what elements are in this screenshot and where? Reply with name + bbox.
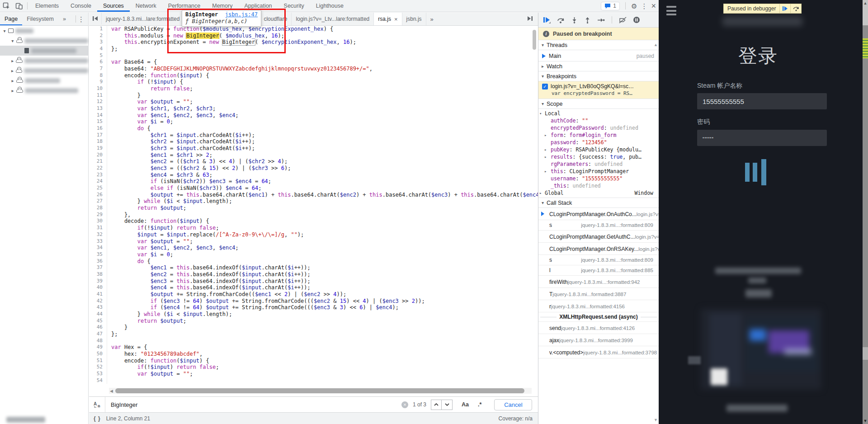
code-line[interactable]: 1var RSAPublicKey = function($modulus_he…	[89, 26, 538, 33]
resume-icon[interactable]	[779, 4, 790, 13]
panel-scroll-down-icon[interactable]: ▼	[654, 418, 658, 422]
code-line[interactable]: 52 if(!$input) return false;	[89, 364, 538, 371]
code-line[interactable]: 17 $chr1 = $input.charCodeAt($i++);	[89, 132, 538, 139]
code-line[interactable]: 40 $enc4 = this.base64.indexOf($input.ch…	[89, 284, 538, 291]
line-number[interactable]: 33	[89, 238, 107, 245]
line-number[interactable]: 49	[89, 344, 107, 351]
scroll-left-arrow-icon[interactable]: ◀	[110, 389, 113, 393]
line-number[interactable]: 19	[89, 145, 107, 152]
scroll-down-icon[interactable]: ▼	[863, 419, 868, 423]
line-number[interactable]: 8	[89, 72, 107, 79]
code-line[interactable]: 4};	[89, 46, 538, 52]
code-line[interactable]: 46 }	[89, 324, 538, 331]
code-line[interactable]: 2 this.modulus = new BigInteger( $modulu…	[89, 33, 538, 39]
line-number[interactable]: 46	[89, 324, 107, 331]
tree-item[interactable]: ▾	[0, 36, 88, 46]
code-line[interactable]: 21 $enc2 = (($chr1 & 3) << 4) | ($chr2 >…	[89, 158, 538, 165]
tree-item[interactable]: ▸	[0, 75, 88, 85]
line-number[interactable]: 23	[89, 172, 107, 179]
tree-item[interactable]: ▾	[0, 26, 88, 36]
code-line[interactable]: 7 base64: "ABCDEFGHIJKLMNOPQRSTUVWXYZabc…	[89, 66, 538, 72]
call-stack-frame[interactable]: v.<computed>jquery-1.8.3.mi...formatted:…	[538, 346, 659, 358]
line-number[interactable]: 50	[89, 351, 107, 358]
code-line[interactable]: 13 var $chr1, $chr2, $chr3;	[89, 105, 538, 112]
call-stack-frame[interactable]: ljquery-1.8.3.mi...:formatted:885	[538, 265, 659, 276]
code-line[interactable]: 12 var $output = "";	[89, 99, 538, 105]
line-number[interactable]: 41	[89, 291, 107, 298]
resume-script-icon[interactable]	[543, 17, 551, 24]
scope-variable[interactable]: ▸results: {success: true, pub…	[538, 153, 659, 160]
code-line[interactable]: 5	[89, 52, 538, 59]
scope-variable[interactable]: ▸form: form#login_form	[538, 132, 659, 139]
code-line[interactable]: 36 do {	[89, 258, 538, 265]
code-line[interactable]: 3 this.encryptionExponent = new BigInteg…	[89, 39, 538, 46]
line-number[interactable]: 42	[89, 298, 107, 305]
tool-tab-lighthouse[interactable]: Lighthouse	[310, 0, 349, 12]
thread-main[interactable]: Main paused	[538, 50, 659, 61]
breakpoints-section-header[interactable]: ▾Breakpoints	[538, 71, 659, 81]
call-stack-frame[interactable]: CLoginPromptManager.OnRSAKey...login.js?…	[538, 243, 659, 255]
device-toolbar-icon[interactable]	[13, 0, 25, 12]
editor-tab-login-js-v-ltv-lare-formatted[interactable]: login.js?v=_Ltv...lare:formatted	[292, 13, 374, 25]
call-stack-frame[interactable]: ajaxjquery-1.8.3.mi...formatted:3999	[538, 334, 659, 346]
redacted-button[interactable]	[745, 289, 772, 297]
call-stack-frame[interactable]: CLoginPromptManager.OnAuthCo...login.js?…	[538, 208, 659, 220]
navigator-tab-page[interactable]: Page	[0, 13, 22, 25]
code-line[interactable]: 37 $enc1 = this.base64.indexOf($input.ch…	[89, 264, 538, 271]
code-line[interactable]: 16 do {	[89, 125, 538, 132]
line-number[interactable]: 52	[89, 364, 107, 371]
editor-tab-jsbn-js[interactable]: jsbn.js	[402, 13, 426, 25]
line-number[interactable]: 18	[89, 138, 107, 145]
panel-scroll-up-icon[interactable]: ▲	[654, 42, 658, 47]
previous-match-button[interactable]	[431, 400, 442, 410]
editor-tab-rsa-js[interactable]: rsa.js×	[374, 13, 402, 25]
line-number[interactable]: 14	[89, 112, 107, 119]
line-number[interactable]: 37	[89, 264, 107, 271]
match-case-toggle[interactable]: Aa	[462, 401, 469, 408]
scope-group-global[interactable]: ▸GlobalWindow	[538, 189, 659, 197]
line-number[interactable]: 47	[89, 331, 107, 338]
code-line[interactable]: 18 $chr2 = $input.charCodeAt($i++);	[89, 138, 538, 145]
line-number[interactable]: 16	[89, 125, 107, 132]
line-number[interactable]: 45	[89, 318, 107, 325]
code-line[interactable]: 42 if ($enc3 != 64) $output += String.fr…	[89, 298, 538, 305]
line-number[interactable]: 4	[89, 46, 107, 52]
code-line[interactable]: 19 $chr3 = $input.charCodeAt($i++);	[89, 145, 538, 152]
cancel-button[interactable]: Cancel	[494, 399, 532, 410]
line-number[interactable]: 43	[89, 304, 107, 311]
step-into-icon[interactable]	[571, 17, 578, 24]
line-number[interactable]: 17	[89, 132, 107, 139]
code-line[interactable]: 23 $enc4 = $chr3 & 63;	[89, 172, 538, 179]
call-stack-frame[interactable]: CLoginPromptManager.GetAuthC...login.js?…	[538, 231, 659, 243]
tool-tab-console[interactable]: Console	[65, 0, 97, 12]
callstack-section-header[interactable]: ▾Call Stack	[538, 198, 659, 208]
line-number[interactable]: 15	[89, 118, 107, 125]
pause-on-exceptions-icon[interactable]	[633, 16, 640, 24]
line-number[interactable]: 20	[89, 152, 107, 159]
code-line[interactable]: 39 $enc3 = this.base64.indexOf($input.ch…	[89, 278, 538, 285]
hide-navigator-icon[interactable]	[89, 13, 102, 24]
line-number[interactable]: 25	[89, 185, 107, 192]
call-stack-frame[interactable]: sjquery-1.8.3.mi...:formatted:809	[538, 255, 659, 265]
scope-variable[interactable]: password: "123456"	[538, 139, 659, 146]
code-line[interactable]: 43 if ($enc4 != 64) $output += String.fr…	[89, 304, 538, 311]
code-line[interactable]: 14 var $enc1, $enc2, $enc3, $enc4;	[89, 112, 538, 119]
tool-tab-network[interactable]: Network	[130, 0, 162, 12]
line-number[interactable]: 11	[89, 92, 107, 99]
code-line[interactable]: 53 var $output = "";	[89, 371, 538, 377]
line-number[interactable]: 22	[89, 165, 107, 172]
tree-item[interactable]	[0, 46, 88, 56]
line-number[interactable]: 39	[89, 278, 107, 285]
code-line[interactable]: 51 encode: function($input) {	[89, 358, 538, 364]
breakpoint-entry[interactable]: ✓ login.js?v=_LtvB0oQSgKQ&l=sc… var encr…	[538, 81, 659, 99]
scope-variable[interactable]: rgParameters: undefined	[538, 160, 659, 168]
line-number[interactable]: 27	[89, 198, 107, 205]
scope-variable[interactable]: username: "15555555555"	[538, 175, 659, 182]
issues-counter[interactable]: 1	[601, 2, 620, 10]
code-line[interactable]: 38 $enc2 = this.base64.indexOf($input.ch…	[89, 271, 538, 278]
step-over-icon[interactable]	[557, 17, 565, 24]
scope-variable[interactable]: _this: undefined	[538, 182, 659, 189]
code-line[interactable]: 24 if (isNaN($chr2)) $enc3 = $enc4 = 64;	[89, 178, 538, 185]
account-input[interactable]: 15555555555	[697, 93, 827, 109]
page-scrollbar[interactable]: ▲ ▼	[863, 0, 868, 424]
